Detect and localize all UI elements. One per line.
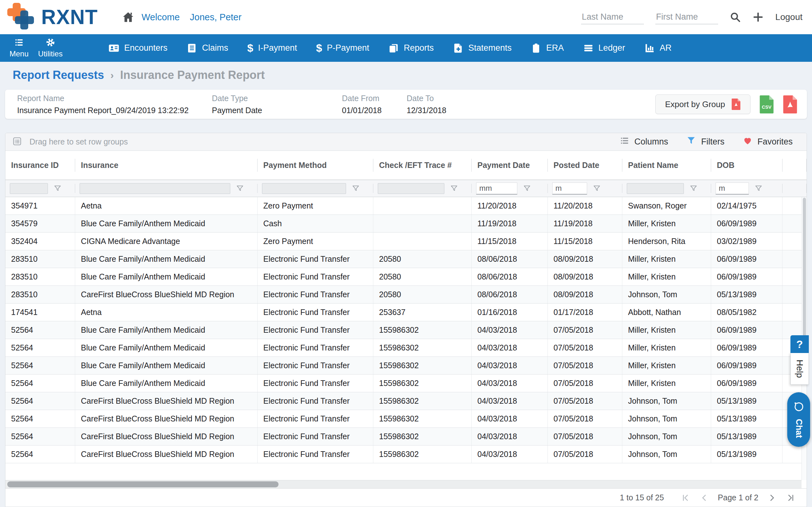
chat-button[interactable]: Chat [787,392,810,447]
cell-payment-method: Electronic Fund Transfer [258,268,373,285]
cell-check-eft-trace: 253637 [373,303,472,321]
export-csv-icon[interactable]: CSV [759,95,774,113]
help-question-button[interactable]: ? [791,335,809,353]
filter-input-patient-name[interactable] [627,183,684,194]
horizontal-scrollbar[interactable] [5,480,802,488]
last-name-input[interactable] [581,10,644,24]
export-pdf-icon[interactable] [783,95,798,113]
nav-reports[interactable]: Reports [388,43,434,54]
table-row[interactable]: 174541AetnaElectronic Fund Transfer25363… [5,303,807,321]
filters-button[interactable]: Filters [687,136,724,148]
filter-input-payment-method[interactable] [262,183,346,194]
nav-i-payment[interactable]: $ I-Payment [247,42,297,54]
cell-insurance: Aetna [75,303,258,321]
table-row[interactable]: 52564CareFirst BlueCross BlueShield MD R… [5,392,807,410]
report-fields: Report Name Insurance Payment Report_09/… [5,94,446,115]
pagination-page-label: Page 1 of 2 [718,493,758,502]
column-header-insurance-id[interactable]: Insurance ID [5,151,75,180]
filter-funnel-icon[interactable] [351,184,360,193]
filter-input-payment-date[interactable] [476,182,517,194]
nav-claims[interactable]: Claims [187,43,229,54]
filter-funnel-icon[interactable] [450,184,458,193]
table-row[interactable]: 52564CareFirst BlueCross BlueShield MD R… [5,410,807,428]
table-row[interactable]: 52564CareFirst BlueCross BlueShield MD R… [5,428,807,446]
column-header-payment-method[interactable]: Payment Method [258,151,373,180]
columns-button[interactable]: Columns [620,136,668,148]
home-icon[interactable] [122,11,135,23]
table-row[interactable]: 52564Blue Care Family/Anthem MedicaidEle… [5,321,807,339]
last-page-icon[interactable] [786,493,795,503]
nav-utilities[interactable]: Utilities [38,38,62,58]
cell-check-eft-trace: 155986302 [373,392,472,410]
table-row[interactable]: 52564Blue Care Family/Anthem MedicaidEle… [5,357,807,375]
search-icon[interactable] [729,11,741,23]
column-header-posted-date[interactable]: Posted Date [548,151,622,180]
export-by-group-button[interactable]: Export by Group [655,95,751,114]
filter-input-dob[interactable] [716,182,749,194]
next-page-icon[interactable] [767,493,777,503]
rxnt-logo[interactable]: RXNT [4,2,98,32]
cell-patient-name: Miller, Kristen [622,357,711,374]
column-header-dob[interactable]: DOB [711,151,782,180]
filter-input-insurance-id[interactable] [10,183,48,194]
user-name-link[interactable]: Jones, Peter [190,12,242,22]
previous-page-icon[interactable] [699,493,709,503]
nav-ledger[interactable]: Ledger [583,43,625,54]
cell-insurance-id: 52564 [5,410,75,428]
nav-encounters[interactable]: Encounters [108,43,167,54]
first-name-input[interactable] [655,10,718,24]
cell-payment-method: Electronic Fund Transfer [258,357,373,374]
column-header-check-eft-trace[interactable]: Check /EFT Trace # [373,151,472,180]
filter-funnel-icon[interactable] [523,184,531,193]
favorites-button[interactable]: Favorites [743,136,793,148]
cell-check-eft-trace: 155986302 [373,446,472,463]
filter-input-insurance[interactable] [80,183,230,194]
filter-funnel-icon[interactable] [236,184,244,193]
filter-cell-dob [711,180,782,197]
column-header-payment-date[interactable]: Payment Date [472,151,548,180]
nav-statements[interactable]: Statements [453,43,512,54]
heart-icon [743,136,752,148]
table-row[interactable]: 354971AetnaZero Payment11/20/201811/20/2… [5,197,807,215]
table-row[interactable]: 352404CIGNA Medicare AdvantageZero Payme… [5,233,807,250]
id-card-icon [108,43,119,54]
nav-ar[interactable]: AR [644,43,672,54]
filter-input-check-eft-trace[interactable] [378,183,444,194]
table-row[interactable]: 283510CareFirst BlueCross BlueShield MD … [5,286,807,303]
lines-icon [583,43,594,54]
table-row[interactable]: 354579Blue Care Family/Anthem MedicaidCa… [5,215,807,233]
filter-funnel-icon[interactable] [53,184,62,193]
add-patient-icon[interactable] [752,11,764,23]
filter-funnel-icon[interactable] [593,184,601,193]
horizontal-scrollbar-thumb[interactable] [7,481,278,487]
help-tab[interactable]: Help [791,353,809,385]
cell-payment-date: 08/06/2018 [472,268,548,285]
table-row[interactable]: 283510Blue Care Family/Anthem MedicaidEl… [5,268,807,286]
filter-input-posted-date[interactable] [552,182,587,194]
breadcrumb-report-requests[interactable]: Report Requests [13,68,104,82]
column-header-insurance[interactable]: Insurance [75,151,258,180]
cell-patient-name: Johnson, Tom [622,392,711,410]
table-row[interactable]: 52564CareFirst BlueCross BlueShield MD R… [5,446,807,463]
filter-funnel-icon[interactable] [754,184,763,193]
nav-menu[interactable]: Menu [9,38,29,58]
grid-toolbar: Columns Filters Favorites [620,136,800,148]
table-row[interactable]: 52564Blue Care Family/Anthem MedicaidEle… [5,375,807,392]
table-row[interactable]: 283510Blue Care Family/Anthem MedicaidEl… [5,250,807,268]
nav-era[interactable]: ERA [531,43,564,54]
column-header-patient-name[interactable]: Patient Name [622,151,711,180]
cell-dob: 05/13/1989 [711,410,782,428]
row-groups-bar[interactable]: Drag here to set row groups Columns Filt… [5,133,807,151]
cell-insurance: Aetna [75,197,258,215]
first-page-icon[interactable] [681,493,691,503]
welcome-link[interactable]: Welcome [142,12,180,22]
cell-payment-method: Electronic Fund Transfer [258,339,373,356]
filter-cell-posted-date [548,180,622,197]
table-row[interactable]: 52564Blue Care Family/Anthem MedicaidEle… [5,339,807,357]
cell-payment-method: Electronic Fund Transfer [258,375,373,392]
logout-button[interactable]: Logout [775,12,803,22]
cell-payment-method: Electronic Fund Transfer [258,250,373,268]
filter-funnel-icon[interactable] [689,184,698,193]
nav-p-payment[interactable]: $ P-Payment [316,42,369,54]
cell-insurance-id: 52564 [5,321,75,339]
